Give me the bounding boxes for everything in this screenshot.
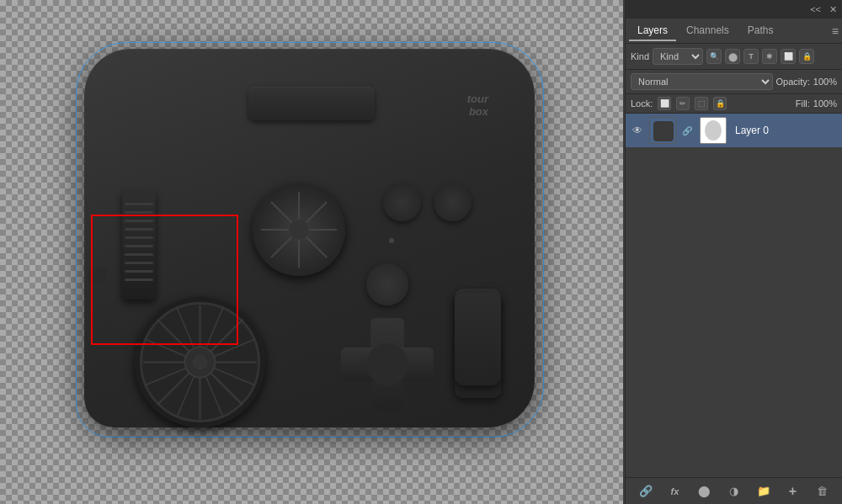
- filter-icon-pixel[interactable]: ⬤: [725, 49, 740, 64]
- mask-button[interactable]: ⬤: [696, 483, 713, 500]
- main-dial: [253, 183, 345, 276]
- dpad: [341, 318, 434, 411]
- filter-icon-search[interactable]: 🔍: [706, 49, 722, 64]
- wide-right-button: [455, 293, 501, 385]
- red-selection-box: [91, 215, 238, 345]
- kind-select[interactable]: Kind: [653, 48, 703, 65]
- title-bar-icons: << ✕: [810, 4, 837, 15]
- panel: << ✕ Layers Channels Paths ≡ Kind Kind 🔍…: [625, 0, 842, 504]
- center-dot: [389, 238, 394, 243]
- layer-mask-thumbnail: [700, 117, 727, 144]
- filter-row: Kind Kind 🔍 ⬤ T ✱ ⬜ 🔒: [626, 44, 842, 70]
- opacity-row: Opacity: 100%: [776, 77, 838, 87]
- small-circle-button-2: [434, 183, 472, 221]
- bottom-toolbar: 🔗 fx ⬤ ◑ 📁 + 🗑: [626, 477, 842, 504]
- effects-button[interactable]: fx: [667, 483, 684, 500]
- dial-svg: [253, 183, 345, 276]
- blend-mode-select[interactable]: Normal: [631, 73, 773, 90]
- layer-visibility-icon[interactable]: 👁: [631, 124, 644, 137]
- group-button[interactable]: 📁: [755, 483, 772, 500]
- tab-paths[interactable]: Paths: [739, 21, 782, 41]
- link-layers-button[interactable]: 🔗: [637, 483, 654, 500]
- svg-point-27: [194, 356, 207, 369]
- filter-icon-type[interactable]: T: [743, 49, 759, 64]
- svg-rect-29: [653, 121, 674, 141]
- dpad-center: [366, 343, 408, 385]
- fill-section: Fill: 100%: [796, 98, 837, 109]
- top-button: [248, 87, 375, 120]
- collapse-button[interactable]: <<: [810, 4, 821, 14]
- lock-position-icon[interactable]: ⬚: [695, 97, 708, 110]
- filter-kind-label: Kind: [631, 51, 649, 61]
- ridge: [125, 203, 153, 205]
- layer-row[interactable]: 👁 🔗 Layer 0: [626, 114, 842, 147]
- layer-thumbnail: [649, 117, 676, 144]
- layer-name: Layer 0: [735, 125, 769, 136]
- layer-mask-svg: [701, 119, 725, 142]
- brand-line1: tour: [467, 93, 488, 105]
- device-container: tour box: [67, 34, 556, 454]
- panel-menu-icon[interactable]: ≡: [832, 24, 839, 38]
- layer-thumb-svg: [650, 118, 676, 144]
- svg-point-31: [705, 120, 722, 141]
- tab-layers[interactable]: Layers: [629, 21, 676, 41]
- tabs-row: Layers Channels Paths ≡: [626, 19, 842, 44]
- title-bar: << ✕: [626, 0, 842, 19]
- small-bump-button: [366, 263, 408, 305]
- brand-text: tour box: [467, 93, 488, 118]
- brand-line2: box: [467, 105, 488, 118]
- blend-mode-row: Normal Opacity: 100%: [626, 70, 842, 94]
- opacity-value[interactable]: 100%: [813, 77, 837, 87]
- canvas-area: tour box: [0, 0, 623, 504]
- adjustment-button[interactable]: ◑: [726, 483, 743, 500]
- new-layer-button[interactable]: +: [785, 483, 802, 500]
- tabs-left: Layers Channels Paths: [629, 21, 781, 41]
- lock-row: Lock: ⬜ ✏ ⬚ 🔒 Fill: 100%: [626, 94, 842, 114]
- small-circle-button-1: [383, 183, 421, 221]
- filter-icon-smart[interactable]: 🔒: [799, 49, 814, 64]
- tab-channels[interactable]: Channels: [678, 21, 738, 41]
- fill-label: Fill:: [796, 98, 810, 109]
- opacity-label: Opacity:: [776, 77, 810, 87]
- lock-all-icon[interactable]: 🔒: [713, 97, 727, 110]
- filter-icon-shape[interactable]: ✱: [762, 49, 777, 64]
- svg-point-8: [289, 220, 309, 240]
- layer-chain-icon[interactable]: 🔗: [682, 126, 692, 135]
- delete-layer-button[interactable]: 🗑: [814, 483, 831, 500]
- fill-value[interactable]: 100%: [813, 98, 837, 109]
- filter-icon-adjustment[interactable]: ⬜: [781, 49, 796, 64]
- lock-paint-icon[interactable]: ✏: [676, 97, 690, 110]
- lock-label: Lock:: [631, 98, 653, 109]
- ridge: [125, 211, 153, 214]
- lock-transparent-icon[interactable]: ⬜: [658, 97, 671, 110]
- close-button[interactable]: ✕: [829, 4, 837, 15]
